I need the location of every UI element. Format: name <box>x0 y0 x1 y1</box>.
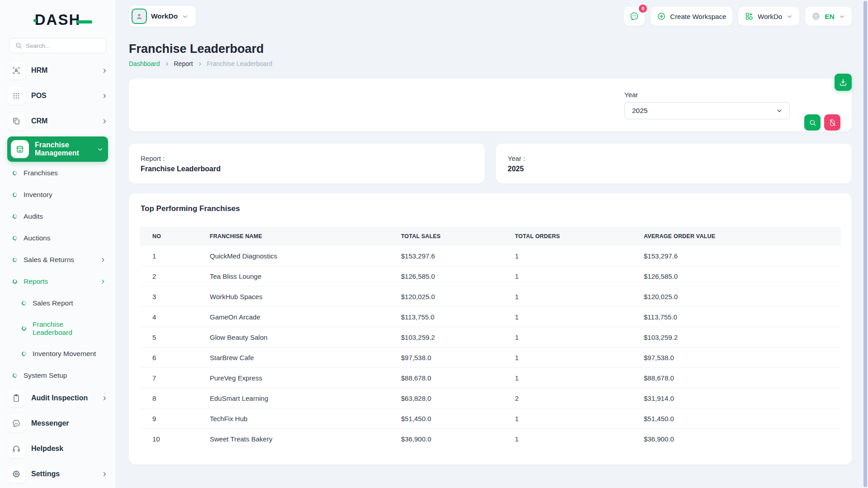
year-select[interactable]: 2025 <box>624 102 790 119</box>
sidebar-item-pos[interactable]: POS <box>7 86 108 106</box>
person-icon <box>135 12 144 21</box>
file-slash-icon <box>829 119 836 127</box>
summary-cards: Report : Franchise Leaderboard Year : 20… <box>129 144 852 183</box>
messages-button[interactable]: 0 <box>624 7 645 26</box>
search-icon <box>809 119 816 127</box>
cell-sales: $36,900.0 <box>388 429 502 449</box>
bullet-icon <box>12 235 18 241</box>
sidebar-item-franchise-leaderboard[interactable]: Franchise Leaderboard <box>22 316 108 341</box>
search-input[interactable] <box>26 42 100 49</box>
cell-aov: $88,678.0 <box>631 368 841 388</box>
reset-filter-button[interactable] <box>824 114 840 131</box>
cell-name: EduSmart Learning <box>197 388 388 408</box>
workspace-avatar <box>132 9 147 24</box>
sidebar-item-audits[interactable]: Audits <box>13 207 108 225</box>
chevron-right-icon <box>101 118 108 125</box>
sidebar-nav: HRM POS CRM Franchise Management Franchi… <box>0 61 115 484</box>
page-scrollbar-track <box>863 0 868 488</box>
chevron-right-icon <box>101 67 108 74</box>
main-content: WorkDo 0 Create Workspace WorkDo EN <box>129 0 852 465</box>
chevron-right-icon <box>101 395 108 402</box>
download-report-button[interactable] <box>835 74 852 91</box>
report-label: Report : <box>141 155 473 162</box>
sidebar-item-system-setup[interactable]: System Setup <box>13 366 108 385</box>
sidebar-item-franchise-management[interactable]: Franchise Management <box>7 136 108 162</box>
workdo-menu-button[interactable]: WorkDo <box>738 7 799 26</box>
chevron-down-icon <box>839 13 845 20</box>
breadcrumb-report[interactable]: Report <box>174 60 193 67</box>
cell-name: TechFix Hub <box>197 408 388 429</box>
sidebar-subitem-label: Sales Report <box>33 299 108 307</box>
chat-dots-icon <box>629 11 639 21</box>
cell-aov: $113,755.0 <box>631 307 841 327</box>
cell-no: 9 <box>140 408 197 429</box>
sidebar-item-settings[interactable]: Settings <box>7 464 108 484</box>
chevron-right-icon <box>100 257 106 263</box>
sidebar-item-helpdesk[interactable]: Helpdesk <box>7 439 108 459</box>
year-value: 2025 <box>508 165 840 173</box>
sidebar-subitem-label: Reports <box>24 277 94 286</box>
bullet-icon <box>21 351 27 357</box>
year-select-value: 2025 <box>632 107 647 115</box>
sidebar-subitem-label: Franchise Leaderboard <box>33 320 96 337</box>
bullet-icon <box>12 373 18 379</box>
sidebar-subitem-label: Franchises <box>24 169 108 177</box>
bullet-icon <box>12 170 18 176</box>
messages-count-badge: 0 <box>639 5 647 13</box>
cell-no: 3 <box>140 286 197 307</box>
sidebar-item-auctions[interactable]: Auctions <box>13 229 108 247</box>
cell-orders: 2 <box>502 388 631 408</box>
sidebar-item-sales-returns[interactable]: Sales & Returns <box>13 251 108 269</box>
bullet-icon <box>12 214 18 220</box>
create-workspace-label: Create Workspace <box>670 13 726 20</box>
sidebar-item-inventory-movement[interactable]: Inventory Movement <box>22 345 108 363</box>
table-row: 4GameOn Arcade$113,755.01$113,755.0 <box>140 307 841 327</box>
cell-no: 7 <box>140 368 197 388</box>
sidebar-item-inventory[interactable]: Inventory <box>13 186 108 204</box>
cell-no: 4 <box>140 307 197 327</box>
workspace-name: WorkDo <box>151 12 178 20</box>
report-summary-card: Report : Franchise Leaderboard <box>129 144 485 183</box>
language-selector[interactable]: EN <box>805 7 852 26</box>
sidebar-item-crm[interactable]: CRM <box>7 111 108 131</box>
cell-no: 10 <box>140 429 197 449</box>
apply-filter-button[interactable] <box>804 114 821 131</box>
cell-name: GameOn Arcade <box>197 307 388 327</box>
cell-sales: $153,297.6 <box>388 246 502 266</box>
sidebar-item-messenger[interactable]: Messenger <box>7 413 108 433</box>
chevron-down-icon <box>97 146 104 153</box>
bullet-icon <box>21 326 27 332</box>
col-header-total-sales: TOTAL SALES <box>388 227 502 246</box>
col-header-avg-order-value: AVERAGE ORDER VALUE <box>631 227 841 246</box>
cell-orders: 1 <box>502 347 631 368</box>
plus-circle-icon <box>657 12 666 21</box>
breadcrumb-dashboard[interactable]: Dashboard <box>129 60 160 67</box>
sidebar-item-label: CRM <box>31 117 95 125</box>
sidebar-item-sales-report[interactable]: Sales Report <box>22 294 108 312</box>
bullet-icon <box>12 279 18 285</box>
app-logo[interactable]: DASH <box>0 0 115 30</box>
create-workspace-button[interactable]: Create Workspace <box>651 7 732 26</box>
workspace-switcher[interactable]: WorkDo <box>129 6 196 27</box>
chevron-down-icon <box>182 13 189 20</box>
sidebar-item-franchises[interactable]: Franchises <box>13 164 108 182</box>
cell-no: 2 <box>140 266 197 286</box>
bullet-icon <box>12 257 18 263</box>
bullet-icon <box>21 300 27 306</box>
cell-orders: 1 <box>502 429 631 449</box>
cell-name: Sweet Treats Bakery <box>197 429 388 449</box>
cell-sales: $51,450.0 <box>388 408 502 429</box>
sidebar-item-audit-inspection[interactable]: Audit Inspection <box>7 388 108 408</box>
sidebar-item-label: Audit Inspection <box>31 394 95 402</box>
sidebar-item-hrm[interactable]: HRM <box>7 61 108 80</box>
sidebar-item-reports[interactable]: Reports <box>13 272 108 291</box>
table-row: 6StarBrew Cafe$97,538.01$97,538.0 <box>140 347 841 368</box>
sidebar-item-label: Helpdesk <box>31 445 108 453</box>
table-header-row: NO FRANCHISE NAME TOTAL SALES TOTAL ORDE… <box>140 227 841 246</box>
grid-dots-icon <box>7 87 25 105</box>
cell-sales: $63,828.0 <box>388 388 502 408</box>
table-row: 8EduSmart Learning$63,828.02$31,914.0 <box>140 388 841 408</box>
table-row: 7PureVeg Express$88,678.01$88,678.0 <box>140 368 841 388</box>
page-scrollbar[interactable] <box>863 1 867 487</box>
cell-no: 6 <box>140 347 197 368</box>
